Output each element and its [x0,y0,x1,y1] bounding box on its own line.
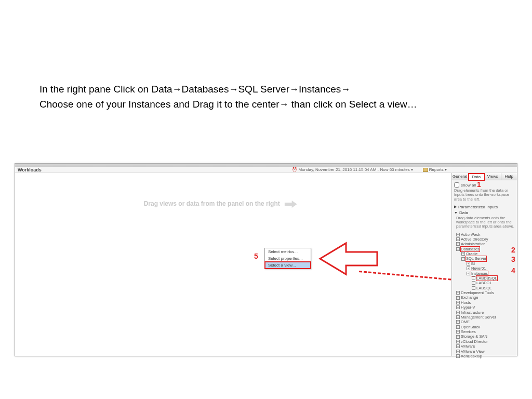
toolbar: Workloads ⏰ Monday, November 21, 2016 11… [15,167,517,173]
tree-item[interactable]: +BI [467,261,515,266]
tabstrip: General Data Views Help [452,173,517,180]
ctx-item-select-metrics[interactable]: Select metrics... [265,248,311,255]
accordion-data[interactable]: Data [454,210,515,215]
tree-item[interactable]: +VMware View [456,349,515,354]
workspace-hint: Drag views or data from the panel on the… [144,200,297,208]
tree-item[interactable]: +Management Server [456,315,515,320]
tree-item[interactable]: +VMware [456,344,515,349]
tab-help[interactable]: Help [501,173,517,180]
reports-icon [423,168,428,172]
accordion-parameterized-inputs[interactable]: Parameterized Inputs [454,205,515,209]
timestamp-selector[interactable]: ⏰ Monday, November 21, 2016 11:15:04 AM … [292,167,413,172]
tree-item[interactable]: +OME [456,320,515,324]
annotation-dashed-line [359,271,465,282]
tree-item[interactable]: +Development Tools [456,290,515,295]
tree-item-databases[interactable]: −Databases [456,247,515,251]
panel-help-1: Drag elements from the data or inputs tr… [454,189,515,202]
app-window: Workloads ⏰ Monday, November 21, 2016 11… [15,163,517,356]
show-all-checkbox[interactable]: show all [454,182,515,188]
instruction-text: In the right pane Click on Data→Database… [39,82,417,112]
ctx-item-select-properties[interactable]: Select properties... [265,255,311,262]
tree-item[interactable]: +ActionPack [456,232,515,237]
tree-item-instances[interactable]: −Instances [467,271,515,276]
tree-item[interactable]: LABDBSQL [472,276,515,281]
tree-item[interactable]: +OpenStack [456,325,515,329]
reports-button[interactable]: Reports ▾ [423,167,447,172]
tree-item[interactable]: +Oracle [461,251,515,256]
ctx-item-select-a-view[interactable]: Select a view... [265,262,311,269]
tree-item[interactable]: +Administration [456,242,515,246]
tree-item[interactable]: +Hyper-V [456,305,515,310]
tree-item[interactable]: +Exchange [456,295,515,300]
annotation-4: 4 [511,267,515,275]
page-title: Workloads [18,167,42,172]
data-tree: +ActionPack +Active Directory +Administr… [456,232,515,359]
annotation-3: 3 [511,255,515,263]
annotation-arrow-icon [317,241,380,277]
tree-item-sqlserver[interactable]: −SQL Server [461,256,515,261]
tab-general[interactable]: General [452,173,469,180]
side-panel: General Data Views Help show all Drag el… [451,173,517,356]
tree-item[interactable]: +Infrastructure [456,310,515,315]
tree-item[interactable]: LABSQL [472,286,515,290]
tree-item[interactable]: +Hosts [456,300,515,305]
tree-item[interactable]: +Never01 [467,266,515,271]
workspace-area[interactable]: Drag views or data from the panel on the… [15,173,450,356]
tab-data[interactable]: Data [469,174,485,180]
tree-item[interactable]: LABDC1 [472,281,515,285]
annotation-1: 1 [477,180,481,189]
tab-views[interactable]: Views [485,173,501,180]
tree-item[interactable]: +Services [456,329,515,334]
tree-item[interactable]: +Active Directory [456,237,515,242]
tree-item[interactable]: +vCloud Director [456,339,515,344]
tree-item[interactable]: +XenDesktop [456,354,515,358]
context-menu: Select metrics... Select properties... S… [264,248,311,269]
annotation-5: 5 [254,252,258,260]
annotation-2: 2 [511,246,515,254]
tree-item[interactable]: +Storage & SAN [456,334,515,339]
panel-help-2: Drag data elements onto the workspace to… [456,216,515,229]
